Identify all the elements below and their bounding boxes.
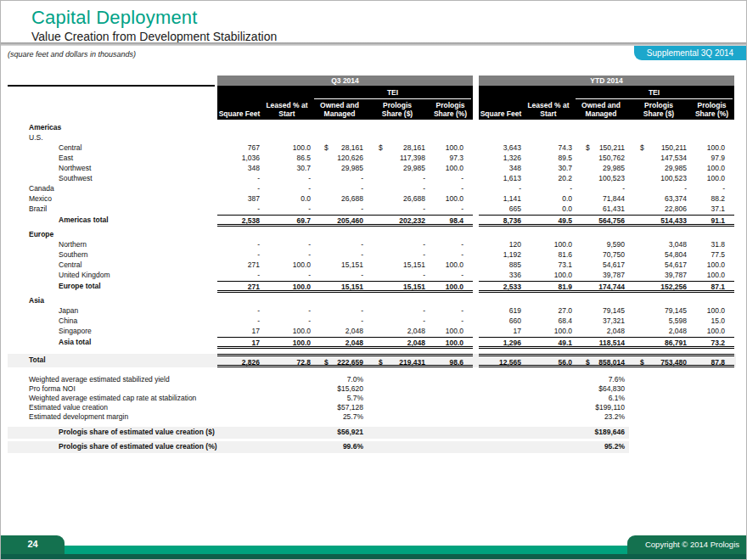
cell-value: 2,048 (669, 327, 687, 335)
cell-value: 54,804 (665, 250, 687, 259)
cell-value: 28,161 (341, 143, 363, 152)
table-cell: 88.2 (689, 193, 734, 204)
cell-value: 0.0 (562, 194, 572, 203)
cell-value: - (257, 240, 260, 249)
cell-value: 70,750 (603, 250, 625, 259)
table-row: Brazil-----6650.061,43122,80637.1 (8, 204, 741, 214)
table-cell: - (479, 183, 523, 193)
cell-value: - (423, 204, 425, 213)
column-header-line2: Share (%) (428, 109, 473, 118)
supplemental-tag: Supplemental 3Q 2014 (634, 46, 746, 60)
cell-value: 29,985 (665, 164, 687, 172)
table-cell: 12,565 (479, 356, 523, 365)
table-row: Europe total271100.015,15115,151100.02,5… (8, 281, 741, 293)
cell-value: 2,048 (407, 327, 425, 335)
cell-value: 1,192 (503, 250, 521, 259)
table-cell: 81.6 (523, 249, 574, 260)
cell-value: - (308, 184, 311, 193)
cell-value: 12,565 (499, 358, 521, 367)
cell-value: 100.0 (293, 260, 311, 269)
dollar-sign: $ (640, 356, 644, 368)
table-cell: 2,048 (367, 338, 428, 346)
table-cell: - (428, 204, 473, 214)
cell-value: 98.4 (449, 216, 463, 225)
cell-value: 98.6 (449, 358, 463, 367)
table-cell: 29,985 (367, 163, 428, 173)
row-values: 1,1410.071,84463,37488.2 (479, 193, 734, 204)
table-cell: 0.0 (261, 193, 312, 204)
row-values: 120100.09,5903,04831.8 (479, 239, 734, 249)
table-cell: - (367, 316, 428, 326)
table-cell: $858,014 (574, 356, 628, 365)
cell-value: - (361, 306, 363, 315)
table-cell: 26,688 (367, 193, 428, 204)
cell-value: 858,014 (598, 358, 625, 367)
table-cell: 3,643 (479, 143, 523, 153)
cell-value: 63,374 (665, 194, 687, 203)
table-cell: 87.1 (689, 282, 734, 290)
cell-value: 37.1 (710, 204, 725, 213)
table-cell: 100.0 (428, 193, 473, 204)
table-cell: 174,744 (574, 282, 628, 290)
table-cell: 348 (479, 163, 523, 173)
row-values: 767100.0$28,161$28,161100.0 (217, 143, 473, 153)
cell-value: 120,626 (337, 154, 363, 162)
column-header: Owned andManaged (312, 101, 367, 118)
table-cell: 98.6 (428, 356, 473, 365)
cell-value: 100.0 (554, 327, 572, 335)
cell-value: 150,762 (598, 154, 625, 162)
table-cell: - (312, 305, 367, 316)
cell-value: 17 (514, 327, 521, 335)
column-header-line2: Square Feet (217, 109, 261, 118)
metric-label: Pro forma NOI (8, 384, 741, 394)
cell-value: 100.0 (446, 283, 463, 291)
row-values: ----- (479, 183, 734, 193)
row-values: 34830.729,98529,985100.0 (217, 163, 473, 173)
table-cell: - (523, 183, 574, 193)
cell-value: 86,791 (665, 339, 687, 347)
cell-value: - (361, 174, 363, 182)
table-cell: 100.0 (689, 326, 734, 336)
column-header-row: TEI Square FeetLeased % atStartOwned and… (8, 86, 741, 120)
table-cell: - (628, 183, 689, 193)
table-cell: 98.4 (428, 216, 473, 224)
column-header-group-q3: TEI Square FeetLeased % atStartOwned and… (217, 86, 473, 120)
table-body: AmericasU.S.Central767100.0$28,161$28,16… (8, 122, 741, 367)
table-row: Southern-----1,19281.670,75054,80477.5 (8, 249, 741, 260)
column-header-line2: Square Feet (479, 109, 523, 118)
table-cell: 69.7 (261, 216, 312, 224)
cell-value: 97.9 (710, 154, 725, 162)
table-cell: 3,048 (628, 239, 689, 249)
cell-value: 2,048 (345, 327, 363, 335)
cell-value: 2,826 (242, 358, 260, 367)
table-cell: 100.0 (689, 270, 734, 280)
table-cell: $753,480 (628, 356, 689, 365)
table-cell: 2,048 (312, 326, 367, 336)
table-cell: 1,192 (479, 249, 523, 260)
cell-value: - (308, 306, 311, 315)
table-cell: 2,048 (574, 326, 628, 336)
metric-row: Estimated value creation$57,128$199,110 (8, 403, 741, 412)
table-cell: - (428, 316, 473, 326)
table-cell: 97.3 (428, 153, 473, 163)
cell-value: 22,806 (665, 204, 687, 213)
table-row: Total2,82672.8$222,659$219,43198.612,565… (8, 354, 741, 367)
table-cell: 91.1 (689, 216, 734, 224)
table-cell: 665 (479, 204, 523, 214)
table-cell: - (312, 249, 367, 260)
table-cell: 89.5 (523, 153, 574, 163)
cell-value: 271 (248, 260, 260, 269)
cell-value: 100.0 (446, 164, 463, 172)
metric-value-ytd: $199,110 (479, 403, 625, 412)
cell-value: 100.0 (446, 260, 463, 269)
cell-value: 30.7 (558, 164, 572, 172)
cell-value: 74.3 (558, 143, 572, 152)
dollar-sign: $ (640, 143, 644, 153)
table-cell: - (217, 249, 261, 260)
cell-value: - (257, 271, 260, 279)
row-values: 6650.061,43122,80637.1 (479, 204, 734, 214)
cell-value: 100,523 (598, 174, 625, 182)
table-cell: $150,211 (574, 143, 628, 153)
table-cell: 0.0 (523, 204, 574, 214)
metric-label: Weighted average estimated cap rate at s… (8, 394, 741, 403)
